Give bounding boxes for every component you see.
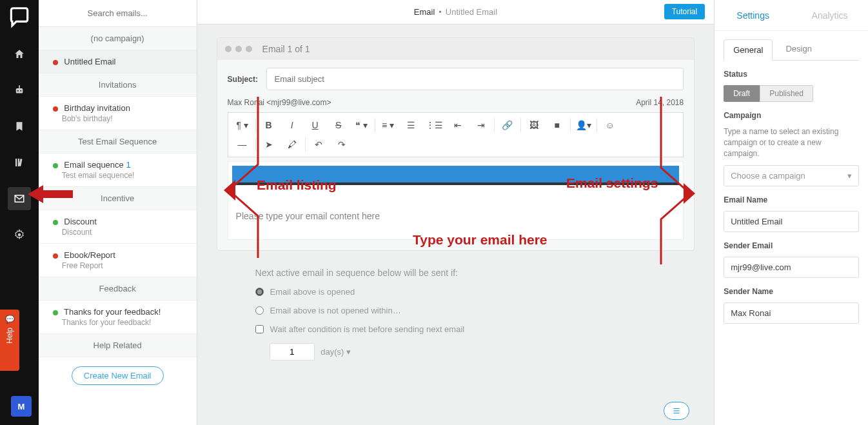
status-dot: [53, 163, 58, 168]
svg-point-7: [18, 233, 21, 237]
radio-opened-input[interactable]: [255, 288, 264, 296]
nav-email-icon[interactable]: [8, 187, 31, 210]
email-item-thanks[interactable]: Thanks for your feedback! Thanks for you…: [39, 301, 197, 334]
item-subtitle: Discount: [62, 228, 186, 237]
group-header: Feedback: [39, 277, 197, 301]
cursor-button[interactable]: ➤: [257, 135, 281, 154]
radio-not-opened-input[interactable]: [255, 306, 264, 315]
nav-bookmark-icon[interactable]: [8, 115, 31, 138]
sender-email-input[interactable]: [724, 257, 859, 278]
app-logo: [7, 5, 32, 30]
email-name-label: Email Name: [724, 195, 859, 204]
item-title: Ebook/Report: [64, 250, 115, 260]
redo-button[interactable]: ↷: [330, 135, 353, 154]
email-item-ebook[interactable]: Ebook/Report Free Report: [39, 244, 197, 277]
nav-settings-icon[interactable]: [8, 223, 31, 246]
radio-not-opened[interactable]: Email above is not opened within…: [255, 306, 656, 315]
wait-checkbox-row[interactable]: Wait after condition is met before sendi…: [255, 324, 656, 334]
help-icon: 💬: [5, 315, 15, 324]
underline-button[interactable]: U: [304, 115, 327, 135]
item-subtitle: Thanks for your feedback!: [62, 318, 186, 327]
svg-point-2: [20, 90, 21, 92]
link-button[interactable]: 🔗: [496, 115, 519, 135]
status-dot: [53, 220, 58, 225]
quote-button[interactable]: ❝ ▾: [350, 115, 373, 135]
status-published-button[interactable]: Published: [760, 85, 813, 102]
campaign-select[interactable]: Choose a campaign ▾: [724, 165, 859, 186]
email-content-area[interactable]: Please type your email content here: [228, 161, 684, 240]
svg-point-4: [19, 85, 20, 86]
tab-analytics[interactable]: Analytics: [791, 0, 868, 30]
image-button[interactable]: 🖼: [522, 115, 546, 135]
user-avatar[interactable]: M: [11, 396, 32, 417]
nav-home-icon[interactable]: [8, 43, 31, 66]
nav-bot-icon[interactable]: [8, 79, 31, 102]
item-title: Birthday invitation: [64, 103, 130, 113]
email-name-input[interactable]: [724, 211, 859, 232]
undo-button[interactable]: ↶: [307, 135, 330, 154]
card-header: Email 1 of 1: [217, 38, 695, 60]
ul-button[interactable]: ⋮☰: [423, 115, 446, 135]
sender-name-label: Sender Name: [724, 287, 859, 296]
strike-button[interactable]: S: [327, 115, 350, 135]
main-header: Email • Untitled Email Tutorial: [197, 0, 715, 25]
tutorial-button[interactable]: Tutorial: [664, 4, 705, 19]
item-title: Discount: [64, 217, 97, 226]
align-button[interactable]: ≡ ▾: [377, 115, 400, 135]
item-subtitle: Test email sequence!: [62, 171, 186, 180]
indent-button[interactable]: ⇥: [469, 115, 493, 135]
nav-library-icon[interactable]: [8, 151, 31, 174]
help-label: Help: [5, 328, 14, 344]
email-item-sequence[interactable]: Email sequence 1 Test email sequence!: [39, 153, 197, 187]
email-item-untitled[interactable]: Untitled Email: [39, 50, 197, 74]
item-title: Thanks for your feedback!: [64, 307, 161, 317]
sender-name-input[interactable]: [724, 302, 859, 324]
group-header: Test Email Sequence: [39, 130, 197, 153]
email-item-discount[interactable]: Discount Discount: [39, 210, 197, 244]
hr-button[interactable]: —: [231, 135, 254, 154]
status-dot: [53, 310, 58, 315]
sequence-heading: Next active email in sequence below will…: [255, 268, 656, 278]
days-unit[interactable]: day(s) ▾: [321, 347, 351, 357]
status-toggle: Draft Published: [724, 85, 813, 102]
subtab-design[interactable]: Design: [776, 39, 820, 60]
subject-label: Subject:: [228, 75, 266, 84]
email-item-birthday[interactable]: Birthday invitation Bob's birthday!: [39, 97, 197, 130]
emoji-button[interactable]: ☺: [598, 115, 622, 135]
group-header: Help Related: [39, 334, 197, 357]
video-button[interactable]: ■: [546, 115, 569, 135]
radio-opened[interactable]: Email above is opened: [255, 287, 656, 297]
page-title: Untitled Email: [446, 7, 497, 17]
email-editor-card: Email 1 of 1 Subject: Max Ronai <mjr99@l…: [217, 37, 695, 251]
create-new-email-button[interactable]: Create New Email: [72, 366, 164, 385]
help-tab[interactable]: 💬 Help: [0, 310, 19, 371]
selection-bar: [232, 166, 680, 185]
group-header: Invitations: [39, 74, 197, 97]
menu-button[interactable]: [664, 402, 689, 420]
editor-toolbar: ¶ ▾ B I U S ❝ ▾ ≡ ▾ ☰ ⋮☰ ⇤ ⇥ 🔗 🖼: [228, 112, 684, 157]
page-type: Email: [414, 7, 435, 17]
tab-settings[interactable]: Settings: [715, 0, 791, 30]
svg-rect-5: [15, 159, 17, 166]
bold-button[interactable]: B: [257, 115, 281, 135]
item-title: Untitled Email: [64, 57, 115, 66]
user-merge-button[interactable]: 👤▾: [572, 115, 595, 135]
subject-input[interactable]: [266, 68, 684, 90]
item-subtitle: Free Report: [62, 261, 186, 270]
from-address: Max Ronai <mjr99@live.com>: [228, 98, 331, 107]
email-listing-sidebar: (no campaign) Untitled Email Invitations…: [39, 0, 197, 425]
item-subtitle: Bob's birthday!: [62, 114, 186, 123]
days-input[interactable]: [270, 343, 315, 361]
italic-button[interactable]: I: [281, 115, 304, 135]
paragraph-style-button[interactable]: ¶ ▾: [231, 115, 254, 135]
subtab-general[interactable]: General: [724, 39, 773, 61]
outdent-button[interactable]: ⇤: [446, 115, 469, 135]
highlight-button[interactable]: 🖍: [281, 135, 304, 154]
campaign-label: Campaign: [724, 111, 859, 120]
status-draft-button[interactable]: Draft: [724, 85, 760, 102]
status-dot: [53, 253, 58, 259]
search-input[interactable]: [39, 8, 197, 18]
main-area: Email • Untitled Email Tutorial Email 1 …: [197, 0, 715, 425]
ol-button[interactable]: ☰: [400, 115, 423, 135]
wait-checkbox[interactable]: [255, 325, 264, 333]
